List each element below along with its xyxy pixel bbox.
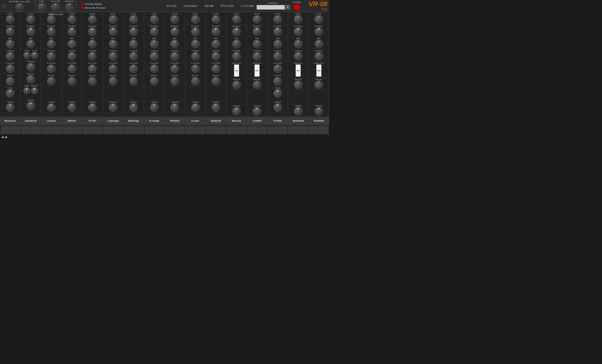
pad-hi-tom[interactable] [83, 127, 103, 134]
channel-openhihat: LEVELACCENTPANTUNINGANALOGDECAYTIMING [288, 12, 309, 116]
bottom-nav: ◀ ▶ [0, 135, 329, 139]
shift-knob-group: SHIFT [38, 0, 46, 11]
brand-sub: Free [321, 7, 327, 11]
channel-name-btn-openhihat[interactable]: OpenHihat [289, 118, 308, 124]
smooth-attack-label: Smooth Attack [85, 3, 102, 5]
channel-rimshot: LEVELACCENTPANTUNINGP.SLOPEDECAYTIMING [165, 12, 185, 116]
channel-claves: LEVELACCENTPANTUNINGP.SLOPEDECAYTIMING [185, 12, 206, 116]
preset-label: PRESET [268, 2, 278, 4]
nav-right-arrow[interactable]: ▶ [5, 135, 8, 139]
pad-bassdrum[interactable] [1, 127, 21, 134]
channel-hi-tom: LEVELACCENTPANTUNINGP.SLOPEDECAYTIMING [82, 12, 103, 116]
memory-display: 592 MB [204, 4, 214, 7]
sample-rate-display: 44.1 kHz [166, 4, 176, 7]
channel-name-btn-bassdrum[interactable]: BassDrum [0, 118, 20, 124]
options-section: Smooth Attack Accurate Process [81, 3, 105, 9]
scatter-label: SCATTER [51, 0, 60, 2]
channel-maracas: LEVELACCENTPANTUNINGANALOGDECAYTIMING [226, 12, 247, 116]
channel-handclap: LEVELACCENTPANTUNINGP.SLOPEDECAYTIMING [206, 12, 226, 116]
channel-snaredrum: LEVELACCENTPAND.TUNS.TUNP.SLOPEDECAYTONE… [21, 12, 41, 116]
pad-clsdhihat[interactable] [309, 127, 328, 134]
accurate-process-led [81, 7, 84, 9]
pad-rimshot[interactable] [165, 127, 185, 134]
smooth-attack-led [81, 3, 84, 5]
channel-clsdhihat: LEVELACCENTPANTUNINGANALOGDECAYTIMING [309, 12, 329, 116]
channel-hi-conga: LEVELACCENTPANTUNINGP.SLOPEDECAYTIMING [144, 12, 165, 116]
random-knob[interactable] [65, 3, 74, 11]
channel-name-btn-hi-tom[interactable]: Hi Tom [83, 118, 102, 124]
random-knob-group: RANDOM [65, 0, 74, 11]
channel-name-btn-lowtom[interactable]: LowTom [42, 118, 61, 124]
nav-left-arrow[interactable]: ◀ [1, 135, 3, 139]
channel-name-btn-midconga[interactable]: MidConga [124, 118, 143, 124]
scatter-knob[interactable] [51, 3, 60, 11]
waves-display: 2134 waves [184, 4, 197, 7]
channel-name-btn-hi-conga[interactable]: Hi Conga [145, 118, 164, 124]
smooth-attack-row[interactable]: Smooth Attack [81, 3, 105, 5]
pad-midconga[interactable] [124, 127, 144, 134]
channel-name-btn-claves[interactable]: CLaves [186, 118, 205, 124]
pad-midtom[interactable] [63, 127, 82, 134]
channel-name-btn-cowbell[interactable]: CowBell [247, 118, 267, 124]
store-button[interactable] [294, 4, 300, 11]
channels-container: LEVELACCENTPANTUNINGP.SLOPEDECAYTONETIMI… [0, 12, 329, 116]
channel-name-btn-snaredrum[interactable]: SnareDrum [21, 118, 41, 124]
accurate-process-row[interactable]: Accurate Process [81, 6, 105, 9]
pad-openhihat[interactable] [288, 127, 308, 134]
channel-name-btn-cymbal[interactable]: CYmbal [268, 118, 288, 124]
channel-name-btn-midtom[interactable]: MidTom [62, 118, 82, 124]
random-label: RANDOM [65, 0, 74, 2]
channel-lowtom: LEVELACCENTPANTUNINGP.SLOPEDECAYTIMING [41, 12, 62, 116]
pad-cowbell[interactable] [247, 127, 267, 134]
channel-bassdrum: LEVELACCENTPANTUNINGP.SLOPEDECAYTONETIMI… [0, 12, 21, 116]
pad-handclap[interactable] [206, 127, 226, 134]
status-section: 44.1 kHz 2134 waves 592 MB CPU 0.22% v 1… [166, 4, 254, 7]
cpu-display: CPU 0.22% [220, 4, 234, 7]
brand-name: VR-08 [309, 1, 327, 7]
channel-cymbal: LEVELACCENTPANTUNINGP.SLOPEDECAYTONETIMI… [268, 12, 288, 116]
channel-names-row: BassDrumSnareDrumLowTomMidTomHi TomLowCo… [0, 116, 329, 125]
master-volume-knob[interactable] [16, 3, 24, 11]
channel-name-btn-rimshot[interactable]: RimShot [165, 118, 185, 124]
pad-lowconga[interactable] [104, 127, 123, 134]
pad-hi-conga[interactable] [145, 127, 164, 134]
channel-lowconga: LEVELACCENTPANTUNINGP.SLOPEDECAYTIMING [103, 12, 124, 116]
store-label: STORE [293, 1, 301, 3]
preset-input[interactable] [257, 5, 285, 10]
pad-lowtom[interactable] [42, 127, 62, 134]
channel-name-btn-clsdhihat[interactable]: ClsdHihat [309, 118, 329, 124]
channel-name-btn-handclap[interactable]: handClaP [206, 118, 226, 124]
store-section: STORE [293, 1, 301, 11]
master-volume-section: MASTER VOLUME [9, 0, 30, 11]
shift-knob[interactable] [38, 3, 46, 11]
channel-name-btn-lowconga[interactable]: LowConga [104, 118, 123, 124]
pad-maracas[interactable] [227, 127, 246, 134]
version-display: v 1.0.5 x86 [241, 4, 254, 7]
top-bar: MASTER VOLUME SHIFT SCATTER [0, 0, 329, 12]
channel-midconga: LEVELACCENTPANTUNINGP.SLOPEDECAYTIMING [123, 12, 144, 116]
groove-control-box: SHIFT SCATTER RANDOM Groove Co [35, 0, 76, 12]
scatter-knob-group: SCATTER [51, 0, 60, 11]
master-volume-label: MASTER VOLUME [9, 0, 30, 3]
pad-claves[interactable] [185, 127, 205, 134]
preset-dropdown[interactable]: ▼ [285, 5, 290, 10]
bottom-pads [0, 125, 329, 135]
pad-cymbal[interactable] [268, 127, 287, 134]
channel-midtom: LEVELACCENTPANTUNINGP.SLOPEDECAYTIMING [62, 12, 83, 116]
channel-name-btn-maracas[interactable]: MAracas [227, 118, 247, 124]
channel-cowbell: LEVELACCENTPANTUNINGANALOGDECAYTIMING [247, 12, 268, 116]
power-button[interactable] [2, 4, 6, 8]
shift-label: SHIFT [39, 0, 45, 2]
brand-section: VR-08 Free [309, 1, 327, 11]
preset-section: PRESET ▼ [257, 2, 290, 10]
accurate-process-label: Accurate Process [85, 6, 105, 9]
pad-snaredrum[interactable] [22, 127, 41, 134]
